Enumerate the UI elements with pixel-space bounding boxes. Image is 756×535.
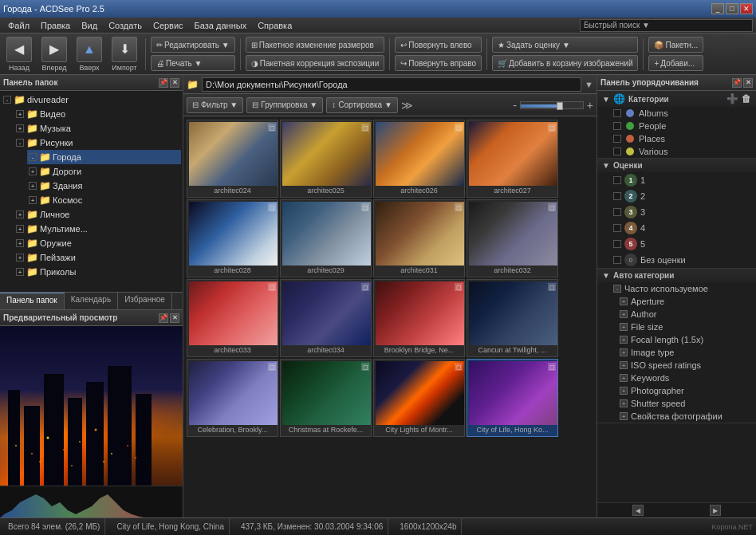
image-thumb-7[interactable]: ◻ architec032 — [467, 199, 558, 277]
image-thumb-1[interactable]: ◻ architec025 — [280, 120, 372, 198]
panel-close-button[interactable]: ✕ — [170, 78, 179, 88]
people-checkbox[interactable] — [613, 122, 621, 130]
menu-service[interactable]: Сервис — [148, 19, 188, 32]
rating3-checkbox[interactable] — [613, 208, 621, 216]
auto-iso[interactable]: + ISO speed ratings — [604, 359, 756, 372]
rating1-checkbox[interactable] — [613, 176, 621, 184]
expand-multimedia[interactable]: + — [16, 225, 24, 233]
photo-props-expand-icon[interactable]: + — [620, 412, 628, 420]
image-thumb-15[interactable]: ◻ City of Life, Hong Ko... — [467, 359, 558, 437]
image-thumb-9[interactable]: ◻ architec034 — [280, 279, 372, 357]
rating2-checkbox[interactable] — [613, 192, 621, 200]
preview-close-button[interactable]: ✕ — [170, 313, 179, 323]
rating5-checkbox[interactable] — [613, 240, 621, 248]
slider-thumb[interactable] — [557, 102, 563, 110]
auto-photo-properties[interactable]: + Свойства фотографии — [604, 410, 756, 423]
import-button[interactable]: ⬇ Импорт — [108, 35, 140, 73]
expand-buildings[interactable]: + — [29, 182, 37, 190]
image-thumb-4[interactable]: ◻ architec028 — [187, 199, 278, 277]
tree-item-weapons[interactable]: + 📁 Оружие — [14, 236, 181, 250]
auto-imagetype[interactable]: + Image type — [604, 346, 756, 359]
tab-favorites[interactable]: Избранное — [118, 293, 172, 309]
tree-item-video[interactable]: + 📁 Видео — [14, 107, 181, 121]
batch-resize-button[interactable]: ⊞ Пакетное изменение размеров — [246, 37, 384, 53]
add-button[interactable]: + Добави... — [648, 55, 703, 71]
minimize-button[interactable]: _ — [711, 3, 724, 14]
rating4-checkbox[interactable] — [613, 224, 621, 232]
photographer-expand-icon[interactable]: + — [620, 387, 628, 395]
forward-button[interactable]: ▶ Вперед — [38, 35, 70, 73]
auto-shutter[interactable]: + Shutter speed — [604, 397, 756, 410]
panel-pin-button[interactable]: 📌 — [159, 78, 168, 88]
filesize-expand-icon[interactable]: + — [620, 323, 628, 331]
edit-button[interactable]: ✏ Редактировать ▼ — [151, 37, 235, 53]
menu-edit[interactable]: Правка — [36, 19, 75, 32]
expand-pictures[interactable]: - — [16, 139, 24, 147]
auto-photographer[interactable]: + Photographer — [604, 384, 756, 397]
expand-landscapes[interactable]: + — [16, 254, 24, 262]
image-thumb-11[interactable]: ◻ Cancun at Twilight, ... — [467, 279, 558, 357]
auto-categories-header[interactable]: ▼ Авто категории — [597, 269, 756, 282]
batch-exposure-button[interactable]: ◑ Пакетная коррекция экспозиции — [246, 55, 384, 71]
menu-create[interactable]: Создать — [104, 19, 147, 32]
various-checkbox[interactable] — [613, 148, 621, 155]
categories-trash-icon[interactable]: 🗑 — [742, 93, 751, 104]
sort-button[interactable]: ↕ Сортировка ▼ — [326, 97, 398, 113]
image-thumb-13[interactable]: ◻ Christmas at Rockefe... — [280, 359, 372, 437]
tree-item-pictures[interactable]: - 📁 Рисунки — [14, 136, 181, 150]
expand-weapons[interactable]: + — [16, 239, 24, 247]
tree-item-buildings[interactable]: + 📁 Здания — [27, 179, 181, 193]
tree-item-cities[interactable]: - 📁 Города — [27, 150, 181, 164]
focal-expand-icon[interactable]: + — [620, 336, 628, 344]
image-thumb-3[interactable]: ◻ architec027 — [467, 120, 558, 198]
menu-database[interactable]: База данных — [190, 19, 252, 32]
tree-item-divureader[interactable]: - 📁 divureader — [2, 92, 181, 107]
size-slider[interactable] — [520, 101, 584, 109]
auto-aperture[interactable]: + Aperture — [604, 295, 756, 308]
tree-item-space[interactable]: + 📁 Космос — [27, 193, 181, 207]
path-dropdown-icon[interactable]: ▼ — [585, 80, 593, 89]
rate-button[interactable]: ★ Задать оценку ▼ — [492, 37, 638, 53]
author-expand-icon[interactable]: + — [620, 310, 628, 318]
tab-folders[interactable]: Панель папок — [0, 293, 65, 309]
keywords-expand-icon[interactable]: + — [620, 374, 628, 382]
right-scroll-left[interactable]: ◀ — [632, 505, 644, 516]
frequent-expand-icon[interactable]: - — [613, 285, 621, 293]
plus-icon[interactable]: + — [587, 99, 593, 112]
places-checkbox[interactable] — [613, 135, 621, 143]
rotate-left-button[interactable]: ↩ Повернуть влево — [395, 37, 482, 53]
search-input[interactable] — [653, 21, 749, 30]
up-button[interactable]: ▲ Вверх — [73, 35, 105, 73]
add-basket-button[interactable]: 🛒 Добавить в корзину изображений — [492, 55, 638, 71]
back-button[interactable]: ◀ Назад — [3, 35, 35, 73]
shutter-expand-icon[interactable]: + — [620, 399, 628, 407]
auto-focal[interactable]: + Focal length (1.5x) — [604, 333, 756, 346]
expand-space[interactable]: + — [29, 196, 37, 204]
image-thumb-0[interactable]: ◻ architec024 — [187, 120, 278, 198]
close-button[interactable]: ✕ — [740, 3, 753, 14]
expand-music[interactable]: + — [16, 124, 24, 132]
rating-none-checkbox[interactable] — [613, 256, 621, 264]
expand-fun[interactable]: + — [16, 268, 24, 276]
print-button[interactable]: 🖨 Печать ▼ — [151, 55, 235, 71]
menu-file[interactable]: Файл — [3, 19, 34, 32]
expand-divureader[interactable]: - — [3, 96, 11, 104]
image-thumb-5[interactable]: ◻ architec029 — [280, 199, 372, 277]
right-scroll-right[interactable]: ▶ — [710, 505, 721, 516]
rating-5[interactable]: 5 5 — [597, 236, 756, 252]
expand-personal[interactable]: + — [16, 210, 24, 218]
right-panel-pin[interactable]: 📌 — [732, 78, 742, 88]
category-places[interactable]: Places — [597, 132, 756, 145]
iso-expand-icon[interactable]: + — [620, 361, 628, 369]
auto-filesize[interactable]: + File size — [604, 321, 756, 333]
rating-4[interactable]: 4 4 — [597, 220, 756, 236]
group-button[interactable]: ⊟ Группировка ▼ — [246, 97, 323, 113]
path-input[interactable] — [202, 77, 581, 92]
menu-view[interactable]: Вид — [77, 19, 102, 32]
toolbar-expand-icon[interactable]: ≫ — [401, 99, 413, 112]
categories-header[interactable]: ▼ 🌐 Категории ➕ 🗑 — [597, 91, 756, 107]
category-various[interactable]: Various — [597, 145, 756, 158]
tree-item-roads[interactable]: + 📁 Дороги — [27, 164, 181, 179]
tree-item-multimedia[interactable]: + 📁 Мультиме... — [14, 222, 181, 236]
category-albums[interactable]: Albums — [597, 107, 756, 120]
